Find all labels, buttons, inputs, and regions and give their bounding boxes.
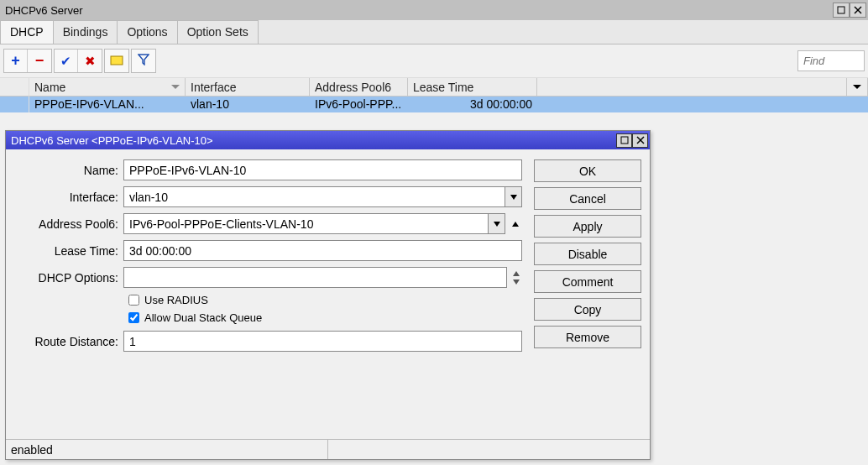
lease-label: Lease Time: (14, 244, 123, 258)
col-name[interactable]: Name (29, 78, 186, 97)
toolbar-group-3 (104, 49, 129, 73)
disable-button[interactable]: ✖ (78, 50, 102, 72)
main-toolbar: + − ✔ ✖ (0, 44, 868, 77)
cell-name: PPPoE-IPv6-VLAN... (29, 97, 186, 112)
minimize-icon[interactable] (833, 3, 850, 18)
pool-dropdown-button[interactable] (489, 213, 505, 234)
minus-icon: − (35, 52, 44, 70)
col-lease[interactable]: Lease Time (408, 78, 537, 97)
options-label: DHCP Options: (14, 271, 123, 285)
main-titlebar: DHCPv6 Server (0, 0, 868, 20)
ok-button[interactable]: OK (534, 159, 641, 182)
apply-button[interactable]: Apply (534, 215, 641, 238)
note-icon (110, 54, 123, 68)
funnel-icon (138, 54, 149, 68)
main-title: DHCPv6 Server (5, 4, 82, 17)
cell-lease: 3d 00:00:00 (408, 97, 537, 112)
allow-dual-checkbox[interactable] (128, 312, 139, 323)
tab-dhcp[interactable]: DHCP (0, 20, 54, 44)
dialog-body: Name: Interface: Address Pool6: L (6, 149, 650, 439)
col-spacer (537, 78, 847, 97)
remove-button[interactable]: Remove (534, 326, 641, 348)
table-header: Name Interface Address Pool6 Lease Time (0, 78, 868, 97)
col-menu-button[interactable] (847, 78, 868, 97)
chevron-up-icon (513, 271, 520, 276)
comment-button[interactable]: Comment (534, 270, 641, 293)
status-enabled: enabled (6, 440, 328, 459)
enable-button[interactable]: ✔ (55, 50, 78, 72)
toolbar-group-4 (131, 49, 156, 73)
pool-label: Address Pool6: (14, 217, 123, 231)
tab-bindings[interactable]: Bindings (53, 20, 118, 44)
interface-dropdown-button[interactable] (505, 186, 522, 207)
svg-rect-4 (621, 137, 628, 144)
options-spinner (510, 269, 522, 286)
dialog-minimize-icon[interactable] (616, 133, 632, 148)
cell-interface: vlan-10 (186, 97, 310, 112)
lease-field[interactable] (123, 240, 522, 261)
cell-pool: IPv6-Pool-PPP... (310, 97, 408, 112)
interface-label: Interface: (14, 191, 123, 204)
status-empty (328, 440, 650, 459)
form-column: Name: Interface: Address Pool6: L (14, 159, 522, 439)
route-field[interactable] (123, 331, 522, 352)
copy-button[interactable]: Copy (534, 298, 641, 321)
add-button[interactable]: + (4, 50, 28, 72)
name-label: Name: (14, 164, 123, 177)
toolbar-group-2: ✔ ✖ (54, 49, 102, 73)
cancel-button[interactable]: Cancel (534, 187, 641, 210)
name-field[interactable] (123, 159, 522, 180)
main-tabs: DHCP Bindings Options Option Sets (0, 20, 868, 44)
options-spinner-down[interactable] (510, 278, 522, 286)
options-spinner-up[interactable] (510, 269, 522, 278)
col-interface[interactable]: Interface (186, 78, 310, 97)
use-radius-label: Use RADIUS (144, 294, 208, 306)
toolbar-group-1: + − (3, 49, 52, 73)
svg-rect-3 (111, 56, 123, 65)
col-indicator[interactable] (0, 78, 29, 97)
chevron-down-icon (510, 195, 517, 200)
tab-option-sets[interactable]: Option Sets (177, 20, 259, 44)
plus-icon: + (11, 52, 20, 70)
filter-button[interactable] (132, 50, 155, 72)
dialog-title: DHCPv6 Server <PPPoE-IPv6-VLAN-10> (11, 134, 213, 147)
main-titlebar-buttons (833, 3, 866, 18)
find-input[interactable] (797, 50, 865, 71)
tab-options[interactable]: Options (117, 20, 177, 44)
cross-icon: ✖ (85, 54, 96, 69)
remove-button[interactable]: − (28, 50, 51, 72)
dialog-titlebar: DHCPv6 Server <PPPoE-IPv6-VLAN-10> (6, 131, 650, 149)
dialog-close-icon[interactable] (632, 133, 648, 148)
table-row[interactable]: PPPoE-IPv6-VLAN... vlan-10 IPv6-Pool-PPP… (0, 97, 868, 112)
interface-field[interactable] (123, 186, 505, 207)
chevron-down-icon (494, 222, 500, 227)
close-icon[interactable] (850, 3, 866, 18)
check-icon: ✔ (60, 54, 71, 69)
chevron-down-icon (513, 280, 520, 285)
chevron-up-icon (512, 222, 519, 227)
col-pool[interactable]: Address Pool6 (310, 78, 408, 97)
pool-collapse-button[interactable] (509, 213, 522, 234)
pool-field[interactable] (123, 213, 489, 234)
edit-dialog: DHCPv6 Server <PPPoE-IPv6-VLAN-10> Name:… (5, 130, 651, 460)
disable-button[interactable]: Disable (534, 243, 641, 265)
use-radius-checkbox[interactable] (128, 295, 139, 306)
button-column: OK Cancel Apply Disable Comment Copy Rem… (534, 159, 641, 439)
allow-dual-label: Allow Dual Stack Queue (144, 311, 262, 324)
route-label: Route Distance: (14, 335, 123, 348)
dialog-statusbar: enabled (6, 439, 650, 459)
svg-rect-0 (838, 7, 844, 13)
options-field[interactable] (123, 267, 507, 288)
comment-button[interactable] (105, 50, 128, 72)
